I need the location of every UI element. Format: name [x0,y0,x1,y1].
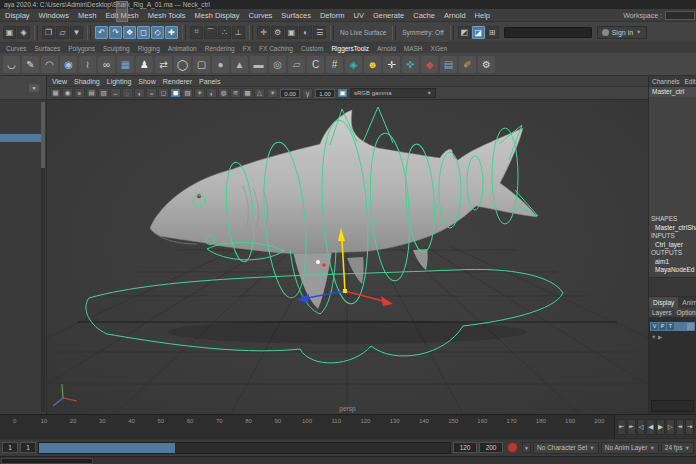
frame-tick[interactable]: 130 [380,418,409,438]
chevron-down-icon[interactable]: ▼ [29,84,39,92]
panel-menu-item[interactable]: Panels [199,78,220,85]
snap-point-icon[interactable]: ∴ [218,26,231,39]
layer-display-type-toggle[interactable]: T [667,323,674,330]
menu-item[interactable]: UV [354,11,364,20]
go-to-end-button[interactable]: ⇥ [685,419,694,435]
multisample-icon[interactable]: ▩ [242,88,253,98]
render-icon[interactable]: ▣ [285,26,298,39]
mask-rig-icon[interactable]: ✚ [165,26,178,39]
shark-model[interactable] [150,110,537,309]
ipr-render-icon[interactable]: ◐ [299,26,312,39]
mask-hierarchy-icon[interactable]: ❖ [123,26,136,39]
shelf-tab[interactable]: MASH [404,45,423,52]
frame-tick[interactable]: 110 [322,418,351,438]
isolate-select-icon[interactable]: △ [254,88,265,98]
joint-tool-icon[interactable]: ◉ [60,56,77,73]
shelf-tab[interactable]: FX [243,45,251,52]
channel-box-row[interactable]: Ctrl_layer [649,241,696,250]
menu-item[interactable]: Mesh [78,11,96,20]
mirror-icon[interactable]: ⇄ [155,56,172,73]
range-bar[interactable] [38,442,451,454]
edit-menu[interactable]: Edit [684,78,695,85]
channels-menu[interactable]: Channels [652,78,679,85]
ik-handle-icon[interactable]: ≀ [79,56,96,73]
smooth-wire-icon[interactable]: ≈ [146,88,157,98]
channel-box-row[interactable]: OUTPUTS [649,249,696,258]
construction-history-icon[interactable]: ⚙ [271,26,284,39]
motion-blur-icon[interactable]: ≋ [230,88,241,98]
divider[interactable] [392,25,396,40]
shelf-tab[interactable]: Rendering [205,45,235,52]
channel-box-row[interactable]: Master_ctrlShape [649,224,696,233]
layer-visibility-toggle[interactable]: V [651,323,658,330]
layer-row-selected[interactable]: V P T [650,322,695,331]
divider[interactable] [249,25,253,40]
bookmarks-icon[interactable]: ▤ [86,88,97,98]
gamma-field[interactable]: 1.00 [315,89,335,98]
viewport-scene[interactable]: persp [47,100,648,414]
frame-tick[interactable]: 10 [29,418,58,438]
view-transform-dropdown[interactable]: sRGB gamma ▼ [350,88,436,98]
scrollbar-thumb[interactable] [41,102,45,168]
channel-box-row[interactable]: SHAPES [649,215,696,224]
shelf-tab[interactable]: Animation [168,45,197,52]
shelf-tab[interactable]: RiggersToolz [331,45,369,52]
step-back-key-button[interactable]: ↞ [627,419,636,435]
menu-item[interactable]: Cache [413,11,435,20]
favorites-icon[interactable]: ◈ [17,26,30,39]
character-set-dropdown[interactable]: No Character Set ▼ [533,442,599,454]
frame-tick[interactable]: 30 [88,418,117,438]
symmetry-label[interactable]: Symmetry: Off [402,29,443,36]
set-key-icon[interactable]: ◆ [421,56,438,73]
torus-icon[interactable]: ◎ [269,56,286,73]
shelf-tab[interactable]: Rigging [138,45,160,52]
cylinder-icon[interactable]: ▬ [250,56,267,73]
bind-skin-icon[interactable]: ∞ [98,56,115,73]
layer-editor-menu-item[interactable]: Layers [652,309,672,316]
frame-tick[interactable]: 170 [497,418,526,438]
shelf-tab[interactable]: FX Caching [259,45,293,52]
xray-toggle-icon[interactable]: ◪ [472,26,485,39]
color-management-icon[interactable]: ▣ [337,88,348,98]
snap-plane-icon[interactable]: ⊥ [232,26,245,39]
play-forwards-button[interactable]: ▶ [656,419,665,435]
ao-icon[interactable]: ◍ [218,88,229,98]
frame-tick[interactable]: 90 [263,418,292,438]
divider[interactable] [330,25,334,40]
new-scene-icon[interactable]: ❐ [42,26,55,39]
divider[interactable] [87,25,91,40]
selected-node-name[interactable]: Master_ctrl [649,87,696,97]
exposure-field[interactable]: 0.00 [280,89,300,98]
playback-options-icon[interactable]: ▼ [522,442,531,453]
menu-item[interactable]: Generate [373,11,404,20]
layer-playback-toggle[interactable]: P [659,323,666,330]
shaded-mode-icon[interactable]: ◼ [170,88,181,98]
channel-box-row[interactable]: INPUTS [649,232,696,241]
shelf-tab[interactable]: Sculpting [103,45,130,52]
frame-tick[interactable]: 60 [175,418,204,438]
gamma-icon[interactable]: γ [302,88,313,98]
frame-tick[interactable]: 140 [409,418,438,438]
channel-box-row[interactable]: aim1 [649,258,696,267]
arc-tool-icon[interactable]: ◠ [41,56,58,73]
grid-toggle-icon[interactable]: ⊞ [486,26,499,39]
circle-control-icon[interactable]: ◯ [174,56,191,73]
pan-zoom-icon[interactable]: ⇔ [110,88,121,98]
blendshape-icon[interactable]: ☻ [364,56,381,73]
command-line-input[interactable] [1,458,93,464]
checker-icon[interactable]: ▦ [117,56,134,73]
layer-color-swatch[interactable] [687,323,694,330]
menu-set-icon[interactable]: ▣ [3,26,16,39]
menu-item[interactable]: Display [5,11,30,20]
wireframe-icon[interactable]: ◻ [158,88,169,98]
time-ticks[interactable]: 0102030405060708090100110120130140150160… [0,415,614,438]
ep-curve-tool-icon[interactable]: ◡ [3,56,20,73]
play-backwards-button[interactable]: ◀ [646,419,655,435]
panel-menu-item[interactable]: Lighting [107,78,132,85]
cone-icon[interactable]: ▲ [231,56,248,73]
panel-menu-item[interactable]: Renderer [163,78,192,85]
oversampling-icon[interactable]: ◌ [122,88,133,98]
open-scene-icon[interactable]: ▱ [56,26,69,39]
playback-range-highlight[interactable] [39,443,175,453]
shelf-tab[interactable]: Arnold [377,45,396,52]
